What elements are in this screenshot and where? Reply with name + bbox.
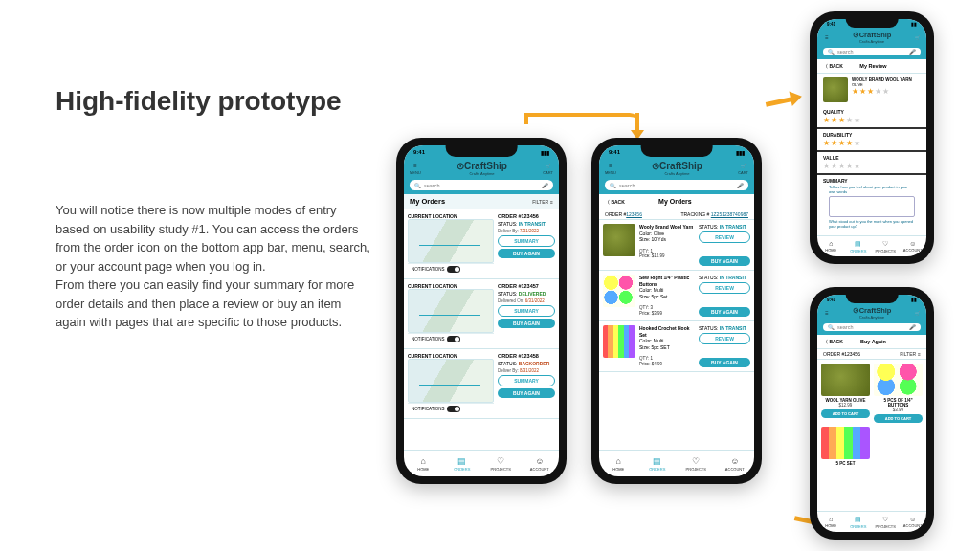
cart-icon: 🛒 <box>913 310 921 316</box>
mic-icon[interactable]: 🎤 <box>909 324 916 330</box>
product-card[interactable]: WOOL YARN OLIVE $12.99 ADD TO CART <box>821 364 870 423</box>
add-to-cart-button[interactable]: ADD TO CART <box>821 409 870 418</box>
home-icon: ⌂ <box>829 516 833 522</box>
order-card: CURRENT LOCATION NOTIFICATIONS ORDER #12… <box>404 279 559 349</box>
mic-icon[interactable]: 🎤 <box>542 183 548 188</box>
menu-button[interactable]: ☰ <box>823 310 831 316</box>
rating-label: QUALITY <box>823 109 921 115</box>
bottom-nav: ⌂HOME ▤ORDERS ♡PROJECTS ☺ACCOUNT <box>404 450 559 476</box>
brand-logo: ⊙CraftShip <box>457 161 507 171</box>
cart-button[interactable]: 🛒 <box>913 34 921 40</box>
status-line: STATUS: DELIVERED <box>498 291 555 297</box>
menu-button[interactable]: ☰MENU <box>605 162 616 175</box>
item-info: Hooked Crochet Hook Set Color: Multi Siz… <box>639 325 695 367</box>
menu-button[interactable]: ☰ <box>823 34 831 40</box>
tracking-map[interactable] <box>408 289 494 333</box>
add-to-cart-button[interactable]: ADD TO CART <box>874 414 923 423</box>
nav-orders[interactable]: ▤ORDERS <box>443 451 482 476</box>
order-info-row: ORDER #123456TRACKING # 1Z251238740987 <box>599 209 754 220</box>
nav-account[interactable]: ☺ACCOUNT <box>900 236 927 256</box>
nav-orders[interactable]: ▤ORDERS <box>845 512 873 532</box>
buy-again-button[interactable]: BUY AGAIN <box>699 256 750 266</box>
summary-label: SUMMARY <box>823 178 921 184</box>
tracking-map[interactable] <box>408 359 494 403</box>
buy-again-button[interactable]: BUY AGAIN <box>498 249 555 258</box>
date-line: Deliver By: 8/31/2022 <box>498 368 555 373</box>
nav-projects[interactable]: ♡PROJECTS <box>872 236 900 256</box>
search-input[interactable]: 🔍search🎤 <box>823 48 921 55</box>
rating-stars[interactable]: ★★★★★ <box>823 162 921 170</box>
nav-projects[interactable]: ♡PROJECTS <box>677 451 716 476</box>
date-line: Delivered On: 6/31/2022 <box>498 298 555 303</box>
product-thumb <box>821 364 870 396</box>
rating-stars[interactable]: ★★★★★ <box>823 116 921 124</box>
phone-buy-again: 9:41▮▮ ☰ ⊙CraftShipCrafts Anytime 🛒 🔍sea… <box>810 287 934 540</box>
nav-account[interactable]: ☺ACCOUNT <box>521 451 560 476</box>
nav-projects[interactable]: ♡PROJECTS <box>481 451 521 476</box>
back-button[interactable]: 〈 BACK <box>605 199 625 205</box>
hamburger-icon: ☰ <box>606 162 615 169</box>
product-card[interactable]: 5 PC SET <box>821 427 870 466</box>
nav-account[interactable]: ☺ACCOUNT <box>716 451 755 476</box>
rating-stars[interactable]: ★★★★★ <box>823 139 921 147</box>
status-line: STATUS: BACKORDER <box>498 361 555 366</box>
search-input[interactable]: 🔍search🎤 <box>410 180 553 190</box>
review-button[interactable]: REVIEW <box>699 231 750 243</box>
order-number: ORDER #123456 <box>498 213 555 219</box>
item-thumb <box>603 224 635 256</box>
nav-home[interactable]: ⌂HOME <box>599 451 638 476</box>
search-input[interactable]: 🔍search🎤 <box>605 180 748 190</box>
buy-again-button[interactable]: BUY AGAIN <box>498 319 555 328</box>
mic-icon[interactable]: 🎤 <box>909 49 916 55</box>
nav-home[interactable]: ⌂HOME <box>404 451 443 476</box>
review-button[interactable]: REVIEW <box>699 282 750 294</box>
page-title: High-fidelity prototype <box>56 84 342 118</box>
nav-home[interactable]: ⌂HOME <box>817 236 845 256</box>
buy-again-button[interactable]: BUY AGAIN <box>498 388 555 398</box>
order-link[interactable]: 123456 <box>626 211 642 217</box>
nav-projects[interactable]: ♡PROJECTS <box>872 512 900 532</box>
cart-button[interactable]: 🛒CART <box>738 162 748 175</box>
overall-stars[interactable]: ★★★★★ <box>852 87 921 96</box>
product-thumb <box>823 77 848 102</box>
notifications-toggle[interactable] <box>447 406 460 412</box>
cart-button[interactable]: 🛒 <box>913 310 921 316</box>
nav-orders[interactable]: ▤ORDERS <box>638 451 678 476</box>
home-icon: ⌂ <box>421 456 426 466</box>
app-bar: ☰MENU ⊙CraftShipCrafts Anytime 🛒CART <box>404 159 559 180</box>
summary-button[interactable]: SUMMARY <box>498 375 555 386</box>
summary-textarea[interactable] <box>829 196 915 217</box>
back-button[interactable]: 〈 BACK <box>823 339 843 344</box>
filter-button[interactable]: FILTER ≡ <box>532 199 553 205</box>
nav-account[interactable]: ☺ACCOUNT <box>900 512 927 532</box>
filter-button[interactable]: FILTER ≡ <box>900 351 921 357</box>
cart-icon: 🛒 <box>739 162 748 169</box>
tracking-link[interactable]: 1Z251238740987 <box>711 211 748 217</box>
summary-button[interactable]: SUMMARY <box>498 235 555 247</box>
buy-again-button[interactable]: BUY AGAIN <box>699 358 750 367</box>
mic-icon[interactable]: 🎤 <box>737 183 744 188</box>
back-button[interactable]: 〈 BACK <box>823 63 843 69</box>
account-icon: ☺ <box>909 516 916 522</box>
brand-tagline: Crafts Anytime <box>853 39 892 44</box>
order-item-row: Wooly Brand Wool Yarn Color: Olive Size:… <box>599 220 754 271</box>
summary-button[interactable]: SUMMARY <box>498 305 555 317</box>
review-button[interactable]: REVIEW <box>699 333 750 344</box>
menu-button[interactable]: ☰MENU <box>410 162 421 175</box>
notifications-toggle[interactable] <box>447 336 460 342</box>
app-bar: ☰ ⊙CraftShipCrafts Anytime 🛒 <box>817 29 926 48</box>
search-icon: 🔍 <box>828 324 835 330</box>
nav-orders[interactable]: ▤ORDERS <box>845 236 873 256</box>
cart-button[interactable]: 🛒CART <box>543 162 553 175</box>
buy-again-button[interactable]: BUY AGAIN <box>699 307 750 317</box>
brand-tagline: Crafts Anytime <box>853 315 892 320</box>
tracking-map[interactable] <box>408 219 494 263</box>
filter-icon: ≡ <box>550 199 553 205</box>
order-card: CURRENT LOCATION NOTIFICATIONS ORDER #12… <box>404 209 559 279</box>
product-card[interactable]: 5 PCS OF 1/4" BUTTONS $3.99 ADD TO CART <box>874 364 923 423</box>
hamburger-icon: ☰ <box>411 162 420 169</box>
home-icon: ⌂ <box>616 456 621 466</box>
notifications-toggle[interactable] <box>447 266 460 273</box>
nav-home[interactable]: ⌂HOME <box>817 512 845 532</box>
search-input[interactable]: 🔍search🎤 <box>823 323 921 331</box>
